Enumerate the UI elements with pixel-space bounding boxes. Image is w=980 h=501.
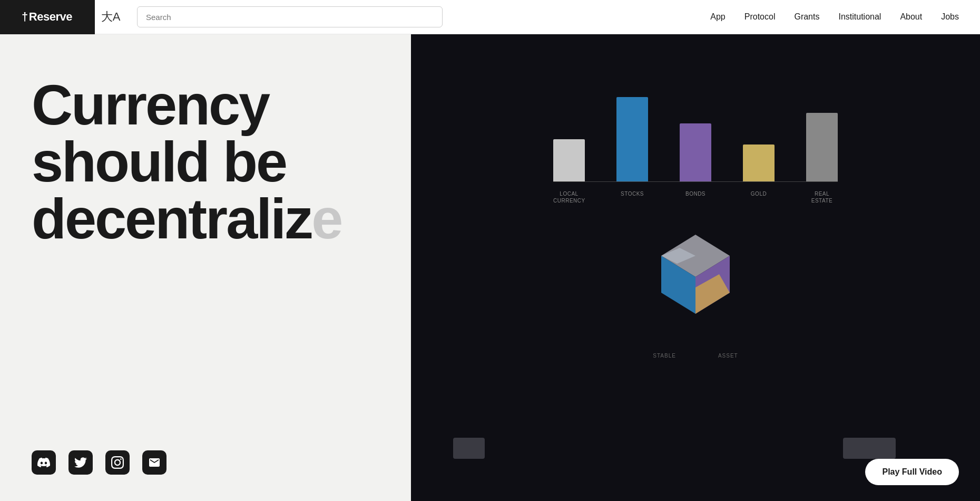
bottom-label-asset: ASSET (718, 353, 738, 359)
bar-3 (743, 144, 775, 181)
nav-jobs[interactable]: Jobs (941, 12, 959, 22)
twitter-icon (74, 456, 87, 469)
translate-button[interactable]: 大A (95, 0, 126, 34)
right-panel: LOCAL CURRENCYSTOCKSBONDSGOLDREAL ESTATE… (411, 34, 980, 501)
play-full-video-button[interactable]: Play Full Video (865, 459, 959, 485)
bars-container (553, 66, 838, 182)
hero-title: Currency should be decentralize (32, 76, 379, 247)
search-input[interactable] (137, 6, 443, 27)
nav-institutional[interactable]: Institutional (838, 12, 881, 22)
hero-line3: decentralize (32, 190, 379, 247)
instagram-button[interactable] (105, 450, 130, 475)
nav-app[interactable]: App (710, 12, 725, 22)
header: †Reserve 大A App Protocol Grants Institut… (0, 0, 980, 34)
bar-label-4: REAL ESTATE (806, 190, 838, 204)
logo-area: †Reserve (0, 0, 95, 34)
hero-line3-faded: e (311, 187, 341, 250)
nav-about[interactable]: About (900, 12, 922, 22)
bar-labels: LOCAL CURRENCYSTOCKSBONDSGOLDREAL ESTATE (553, 182, 838, 208)
bottom-label-stable: STABLE (653, 353, 676, 359)
bar-0 (553, 139, 585, 181)
bar-4 (806, 113, 838, 181)
instagram-icon (111, 456, 124, 469)
search-area (126, 6, 710, 27)
chart-area: LOCAL CURRENCYSTOCKSBONDSGOLDREAL ESTATE (411, 34, 980, 208)
bar-1 (616, 97, 648, 181)
hero-text: Currency should be decentralize (32, 76, 379, 247)
email-button[interactable] (142, 450, 166, 475)
left-panel: Currency should be decentralize (0, 34, 411, 501)
nav-protocol[interactable]: Protocol (744, 12, 776, 22)
social-icons (32, 450, 379, 475)
cube-visualization (638, 224, 753, 340)
bar-label-0: LOCAL CURRENCY (553, 190, 585, 204)
logo[interactable]: †Reserve (22, 10, 73, 24)
nav-grants[interactable]: Grants (794, 12, 819, 22)
bottom-labels-area: STABLE ASSET (653, 353, 738, 369)
twitter-button[interactable] (68, 450, 93, 475)
email-icon (148, 456, 161, 469)
hero-line3-solid: decentraliz (32, 187, 311, 250)
bar-2 (680, 123, 711, 181)
hero-line1: Currency (32, 76, 379, 133)
small-block-right (843, 438, 896, 459)
main-container: Currency should be decentralize (0, 0, 980, 501)
bar-label-3: GOLD (743, 190, 775, 204)
small-block-left (453, 438, 485, 459)
bar-label-1: STOCKS (616, 190, 648, 204)
cube-area (638, 224, 753, 342)
discord-icon (37, 456, 50, 469)
discord-button[interactable] (32, 450, 56, 475)
bar-label-2: BONDS (680, 190, 711, 204)
hero-line2: should be (32, 133, 379, 190)
main-nav: App Protocol Grants Institutional About … (710, 12, 980, 22)
